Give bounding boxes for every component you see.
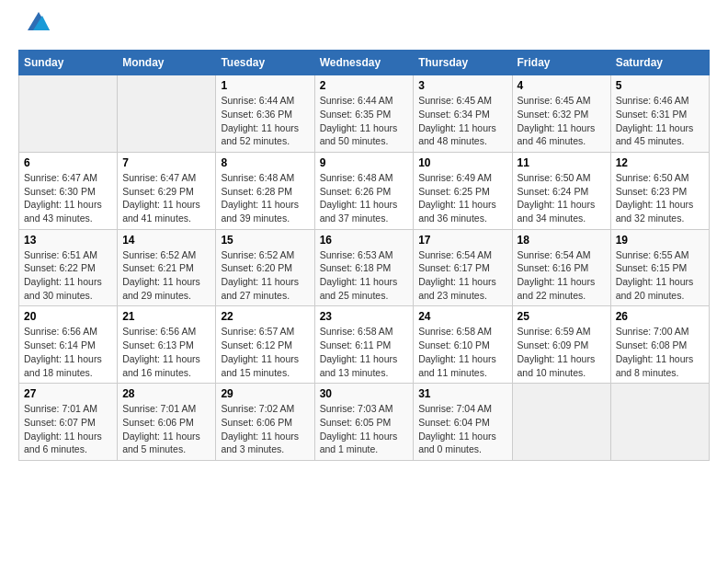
day-number: 21: [122, 310, 210, 323]
day-number: 3: [418, 79, 506, 92]
day-info: Sunrise: 6:49 AM Sunset: 6:25 PM Dayligh…: [418, 171, 506, 225]
day-info: Sunrise: 6:50 AM Sunset: 6:24 PM Dayligh…: [518, 171, 606, 225]
day-number: 18: [518, 234, 606, 247]
day-number: 9: [320, 156, 409, 169]
calendar-cell: [610, 384, 709, 461]
day-number: 19: [616, 234, 704, 247]
day-number: 26: [616, 310, 704, 323]
day-number: 31: [418, 387, 506, 400]
day-number: 11: [518, 156, 606, 169]
day-info: Sunrise: 6:57 AM Sunset: 6:12 PM Dayligh…: [221, 325, 309, 379]
day-number: 24: [418, 310, 506, 323]
col-header-monday: Monday: [118, 51, 216, 75]
logo-icon: [20, 8, 50, 34]
day-info: Sunrise: 7:01 AM Sunset: 6:07 PM Dayligh…: [24, 402, 112, 456]
day-info: Sunrise: 6:44 AM Sunset: 6:36 PM Dayligh…: [221, 94, 309, 148]
calendar-cell: 12Sunrise: 6:50 AM Sunset: 6:23 PM Dayli…: [610, 152, 709, 229]
logo: [18, 18, 50, 40]
calendar-table: SundayMondayTuesdayWednesdayThursdayFrid…: [18, 50, 710, 461]
day-info: Sunrise: 6:47 AM Sunset: 6:30 PM Dayligh…: [24, 171, 112, 225]
calendar-cell: [118, 75, 216, 153]
calendar-cell: 21Sunrise: 6:56 AM Sunset: 6:13 PM Dayli…: [118, 306, 216, 384]
week-row-5: 27Sunrise: 7:01 AM Sunset: 6:07 PM Dayli…: [19, 384, 710, 461]
day-number: 5: [616, 79, 704, 92]
header: [18, 18, 710, 40]
calendar-cell: 4Sunrise: 6:45 AM Sunset: 6:32 PM Daylig…: [512, 75, 610, 153]
day-number: 4: [518, 79, 606, 92]
day-number: 13: [24, 234, 112, 247]
calendar-cell: 25Sunrise: 6:59 AM Sunset: 6:09 PM Dayli…: [512, 306, 610, 384]
calendar-cell: 5Sunrise: 6:46 AM Sunset: 6:31 PM Daylig…: [610, 75, 709, 153]
col-header-friday: Friday: [512, 51, 610, 75]
calendar-cell: 22Sunrise: 6:57 AM Sunset: 6:12 PM Dayli…: [216, 306, 314, 384]
calendar-cell: 31Sunrise: 7:04 AM Sunset: 6:04 PM Dayli…: [414, 384, 512, 461]
day-number: 22: [221, 310, 309, 323]
day-info: Sunrise: 6:58 AM Sunset: 6:11 PM Dayligh…: [320, 325, 409, 379]
day-number: 23: [320, 310, 409, 323]
calendar-cell: 3Sunrise: 6:45 AM Sunset: 6:34 PM Daylig…: [414, 75, 512, 153]
day-info: Sunrise: 6:47 AM Sunset: 6:29 PM Dayligh…: [122, 171, 210, 225]
day-info: Sunrise: 6:51 AM Sunset: 6:22 PM Dayligh…: [24, 248, 112, 303]
day-info: Sunrise: 6:56 AM Sunset: 6:14 PM Dayligh…: [24, 325, 112, 379]
calendar-cell: 18Sunrise: 6:54 AM Sunset: 6:16 PM Dayli…: [512, 229, 610, 306]
col-header-wednesday: Wednesday: [314, 51, 414, 75]
day-info: Sunrise: 7:02 AM Sunset: 6:06 PM Dayligh…: [221, 402, 309, 456]
calendar-cell: 24Sunrise: 6:58 AM Sunset: 6:10 PM Dayli…: [414, 306, 512, 384]
day-info: Sunrise: 6:58 AM Sunset: 6:10 PM Dayligh…: [418, 325, 506, 379]
day-number: 7: [122, 156, 210, 169]
week-row-2: 6Sunrise: 6:47 AM Sunset: 6:30 PM Daylig…: [19, 152, 710, 229]
day-number: 10: [418, 156, 506, 169]
day-info: Sunrise: 6:56 AM Sunset: 6:13 PM Dayligh…: [122, 325, 210, 379]
day-info: Sunrise: 7:00 AM Sunset: 6:08 PM Dayligh…: [616, 325, 704, 379]
calendar-cell: 23Sunrise: 6:58 AM Sunset: 6:11 PM Dayli…: [314, 306, 414, 384]
calendar-cell: 15Sunrise: 6:52 AM Sunset: 6:20 PM Dayli…: [216, 229, 314, 306]
day-number: 2: [320, 79, 409, 92]
day-number: 20: [24, 310, 112, 323]
calendar-cell: 16Sunrise: 6:53 AM Sunset: 6:18 PM Dayli…: [314, 229, 414, 306]
day-info: Sunrise: 6:44 AM Sunset: 6:35 PM Dayligh…: [320, 94, 409, 148]
day-info: Sunrise: 6:54 AM Sunset: 6:17 PM Dayligh…: [418, 248, 506, 303]
day-info: Sunrise: 7:01 AM Sunset: 6:06 PM Dayligh…: [122, 402, 210, 456]
day-number: 15: [221, 234, 309, 247]
calendar-cell: 28Sunrise: 7:01 AM Sunset: 6:06 PM Dayli…: [118, 384, 216, 461]
day-info: Sunrise: 7:03 AM Sunset: 6:05 PM Dayligh…: [320, 402, 409, 456]
calendar-cell: 14Sunrise: 6:52 AM Sunset: 6:21 PM Dayli…: [118, 229, 216, 306]
day-info: Sunrise: 6:55 AM Sunset: 6:15 PM Dayligh…: [616, 248, 704, 303]
day-number: 12: [616, 156, 704, 169]
day-info: Sunrise: 6:46 AM Sunset: 6:31 PM Dayligh…: [616, 94, 704, 148]
day-info: Sunrise: 6:45 AM Sunset: 6:32 PM Dayligh…: [518, 94, 606, 148]
calendar-cell: 10Sunrise: 6:49 AM Sunset: 6:25 PM Dayli…: [414, 152, 512, 229]
day-number: 27: [24, 387, 112, 400]
week-row-3: 13Sunrise: 6:51 AM Sunset: 6:22 PM Dayli…: [19, 229, 710, 306]
day-info: Sunrise: 6:59 AM Sunset: 6:09 PM Dayligh…: [518, 325, 606, 379]
day-number: 29: [221, 387, 309, 400]
calendar-cell: 11Sunrise: 6:50 AM Sunset: 6:24 PM Dayli…: [512, 152, 610, 229]
day-info: Sunrise: 6:52 AM Sunset: 6:20 PM Dayligh…: [221, 248, 309, 303]
calendar-cell: 1Sunrise: 6:44 AM Sunset: 6:36 PM Daylig…: [216, 75, 314, 153]
day-info: Sunrise: 7:04 AM Sunset: 6:04 PM Dayligh…: [418, 402, 506, 456]
col-header-thursday: Thursday: [414, 51, 512, 75]
calendar-cell: 20Sunrise: 6:56 AM Sunset: 6:14 PM Dayli…: [19, 306, 118, 384]
calendar-cell: 26Sunrise: 7:00 AM Sunset: 6:08 PM Dayli…: [610, 306, 709, 384]
day-info: Sunrise: 6:50 AM Sunset: 6:23 PM Dayligh…: [616, 171, 704, 225]
day-info: Sunrise: 6:53 AM Sunset: 6:18 PM Dayligh…: [320, 248, 409, 303]
calendar-cell: 17Sunrise: 6:54 AM Sunset: 6:17 PM Dayli…: [414, 229, 512, 306]
day-info: Sunrise: 6:45 AM Sunset: 6:34 PM Dayligh…: [418, 94, 506, 148]
calendar-cell: 6Sunrise: 6:47 AM Sunset: 6:30 PM Daylig…: [19, 152, 118, 229]
calendar-cell: 8Sunrise: 6:48 AM Sunset: 6:28 PM Daylig…: [216, 152, 314, 229]
week-row-4: 20Sunrise: 6:56 AM Sunset: 6:14 PM Dayli…: [19, 306, 710, 384]
day-number: 25: [518, 310, 606, 323]
calendar-cell: 30Sunrise: 7:03 AM Sunset: 6:05 PM Dayli…: [314, 384, 414, 461]
week-row-1: 1Sunrise: 6:44 AM Sunset: 6:36 PM Daylig…: [19, 75, 710, 153]
day-number: 8: [221, 156, 309, 169]
day-number: 6: [24, 156, 112, 169]
calendar-cell: 13Sunrise: 6:51 AM Sunset: 6:22 PM Dayli…: [19, 229, 118, 306]
calendar-cell: 2Sunrise: 6:44 AM Sunset: 6:35 PM Daylig…: [314, 75, 414, 153]
day-number: 16: [320, 234, 409, 247]
col-header-tuesday: Tuesday: [216, 51, 314, 75]
day-number: 17: [418, 234, 506, 247]
calendar-cell: 27Sunrise: 7:01 AM Sunset: 6:07 PM Dayli…: [19, 384, 118, 461]
calendar-cell: 9Sunrise: 6:48 AM Sunset: 6:26 PM Daylig…: [314, 152, 414, 229]
calendar-cell: [19, 75, 118, 153]
day-number: 28: [122, 387, 210, 400]
